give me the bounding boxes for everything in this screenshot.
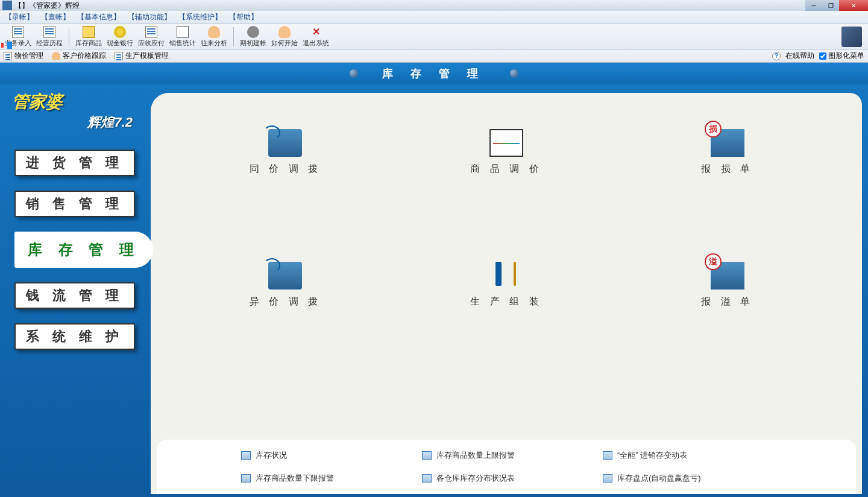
tb-history[interactable]: 经营历程 bbox=[34, 25, 65, 49]
link-warehouse-dist[interactable]: 各仓库库存分布状况表 bbox=[422, 469, 591, 488]
doc-icon bbox=[4, 52, 12, 60]
t2-price-manage[interactable]: 物价管理 bbox=[4, 51, 43, 61]
minimize-button[interactable]: ─ bbox=[805, 0, 822, 11]
main-toolbar: 业务录入 经营历程 库存商品 现金银行 应收应付 销售统计 往来分析 期初建帐 … bbox=[0, 24, 868, 49]
page-title: 库 存 管 理 bbox=[382, 66, 485, 81]
link-lower-alert[interactable]: 库存商品数量下限报警 bbox=[241, 469, 410, 488]
content-panel: 同 价 调 拨 商 品 调 价 报 损 单 异 价 调 拨 生 产 组 装 报 … bbox=[151, 93, 862, 494]
page-banner: 库 存 管 理 bbox=[0, 63, 868, 84]
exit-icon: ✕ bbox=[310, 26, 322, 38]
people-icon bbox=[208, 26, 220, 38]
window-title: 【】《管家婆》辉煌 bbox=[14, 1, 80, 11]
tb-sales-stats[interactable]: 销售统计 bbox=[167, 25, 198, 49]
damage-icon bbox=[711, 129, 744, 157]
coin-icon bbox=[114, 26, 126, 38]
t2-production-template[interactable]: 生产模板管理 bbox=[115, 51, 169, 61]
overflow-report[interactable]: 报 溢 单 bbox=[629, 262, 826, 370]
bottom-links-panel: 库存状况 库存商品数量上限报警 “全能” 进销存变动表 库存商品数量下限报警 各… bbox=[157, 440, 856, 494]
secondary-toolbar: 物价管理 客户价格跟踪 生产模板管理 ? 在线帮助 图形化菜单 bbox=[0, 49, 868, 63]
table-icon bbox=[603, 451, 612, 460]
warehouse-transfer-icon bbox=[268, 262, 302, 290]
menu-bar: 【录帐】 【查帐】 【基本信息】 【辅助功能】 【系统维护】 【帮助】 bbox=[0, 11, 868, 24]
online-help-link[interactable]: 在线帮助 bbox=[785, 51, 814, 61]
link-stock-status[interactable]: 库存状况 bbox=[241, 446, 410, 465]
orb-icon bbox=[510, 69, 518, 78]
tools-icon bbox=[489, 262, 523, 290]
overflow-icon bbox=[711, 262, 744, 290]
price-chart-icon bbox=[489, 129, 523, 157]
nav-sales[interactable]: 销 售 管 理 bbox=[14, 191, 135, 217]
doc-icon bbox=[43, 26, 55, 38]
tb-how-start[interactable]: 如何开始 bbox=[269, 25, 300, 49]
orb-icon bbox=[350, 69, 358, 78]
tb-inventory[interactable]: 库存商品 bbox=[73, 25, 104, 49]
link-all-change[interactable]: “全能” 进销存变动表 bbox=[603, 446, 772, 465]
close-button[interactable]: ✕ bbox=[839, 0, 868, 11]
person-icon bbox=[278, 26, 291, 38]
doc-icon bbox=[145, 26, 157, 38]
tb-cash-bank[interactable]: 现金银行 bbox=[104, 25, 136, 49]
people-icon bbox=[52, 52, 60, 60]
main-frame: 库 存 管 理 管家婆 辉煌7.2 进 货 管 理 销 售 管 理 库 存 管 … bbox=[0, 63, 868, 497]
logo-line1: 管家婆 bbox=[12, 90, 151, 113]
goods-reprice[interactable]: 商 品 调 价 bbox=[408, 129, 605, 238]
table-icon bbox=[603, 474, 612, 483]
logo-line2: 辉煌7.2 bbox=[12, 113, 151, 131]
menu-record[interactable]: 【录帐】 bbox=[5, 12, 34, 22]
doc-icon bbox=[12, 26, 24, 38]
menu-aux[interactable]: 【辅助功能】 bbox=[128, 12, 171, 22]
tb-receivable[interactable]: 应收应付 bbox=[136, 25, 167, 49]
doc-icon bbox=[115, 52, 123, 60]
menu-help[interactable]: 【帮助】 bbox=[229, 12, 258, 22]
nav-cashflow[interactable]: 钱 流 管 理 bbox=[14, 282, 135, 309]
link-stock-check[interactable]: 库存盘点(自动盘赢盘亏) bbox=[603, 469, 772, 488]
nav-system[interactable]: 系 统 维 护 bbox=[14, 323, 135, 350]
folder-icon bbox=[83, 26, 95, 38]
cube-logo-icon bbox=[841, 27, 862, 47]
table-icon bbox=[241, 474, 251, 483]
tb-init-account[interactable]: 期初建帐 bbox=[237, 25, 269, 49]
separator bbox=[233, 27, 234, 46]
sidebar: 管家婆 辉煌7.2 进 货 管 理 销 售 管 理 库 存 管 理 钱 流 管 … bbox=[6, 84, 157, 497]
tb-analysis[interactable]: 往来分析 bbox=[198, 25, 230, 49]
table-icon bbox=[422, 451, 432, 460]
production-assembly[interactable]: 生 产 组 装 bbox=[408, 262, 605, 370]
warehouse-transfer-icon bbox=[268, 129, 302, 157]
graphic-menu-checkbox[interactable] bbox=[819, 52, 826, 60]
table-icon bbox=[241, 451, 251, 460]
help-icon[interactable]: ? bbox=[772, 52, 781, 60]
tb-business-entry[interactable]: 业务录入 bbox=[2, 25, 34, 49]
nav-purchase[interactable]: 进 货 管 理 bbox=[14, 150, 135, 176]
graphic-menu-toggle[interactable]: 图形化菜单 bbox=[819, 51, 864, 61]
maximize-button[interactable]: ❐ bbox=[822, 0, 839, 11]
menu-query[interactable]: 【查帐】 bbox=[41, 12, 70, 22]
logo: 管家婆 辉煌7.2 bbox=[6, 84, 157, 145]
damage-report[interactable]: 报 损 单 bbox=[629, 129, 826, 238]
same-price-transfer[interactable]: 同 价 调 拨 bbox=[187, 129, 384, 238]
separator bbox=[69, 27, 69, 46]
tb-exit[interactable]: ✕退出系统 bbox=[300, 25, 332, 49]
window-controls: ─ ❐ ✕ bbox=[805, 0, 868, 11]
chart-icon bbox=[177, 26, 189, 38]
gear-icon bbox=[247, 26, 259, 38]
link-upper-alert[interactable]: 库存商品数量上限报警 bbox=[422, 446, 591, 465]
diff-price-transfer[interactable]: 异 价 调 拨 bbox=[187, 262, 384, 370]
menu-sys-maintain[interactable]: 【系统维护】 bbox=[178, 12, 222, 22]
menu-basic-info[interactable]: 【基本信息】 bbox=[77, 12, 121, 22]
app-icon bbox=[2, 1, 12, 10]
content-grid: 同 价 调 拨 商 品 调 价 报 损 单 异 价 调 拨 生 产 组 装 报 … bbox=[151, 93, 862, 382]
t2-customer-price[interactable]: 客户价格跟踪 bbox=[52, 51, 106, 61]
nav-inventory[interactable]: 库 存 管 理 bbox=[14, 232, 153, 268]
title-bar: 【】《管家婆》辉煌 ─ ❐ ✕ bbox=[0, 0, 868, 11]
table-icon bbox=[422, 474, 432, 483]
